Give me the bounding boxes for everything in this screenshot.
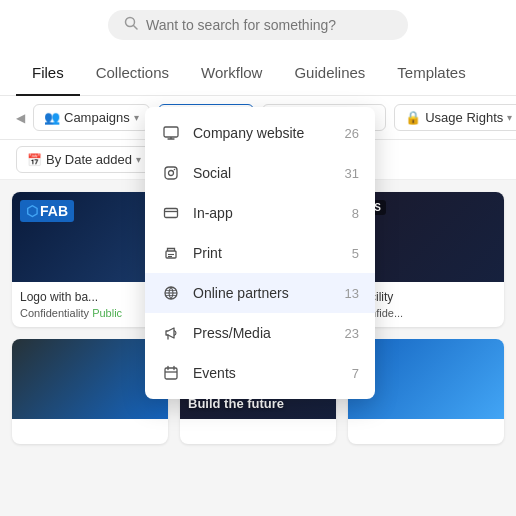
dropdown-item-online-partners[interactable]: Online partners 13 — [145, 273, 375, 313]
tab-files[interactable]: Files — [16, 50, 80, 95]
card-title-6 — [356, 423, 496, 437]
tab-guidelines[interactable]: Guidelines — [278, 50, 381, 95]
channel-dropdown: Company website 26 Social 31 In-app 8 — [145, 107, 375, 399]
card-meta-1: Confidentiality Public — [20, 307, 160, 319]
dropdown-item-press-media[interactable]: Press/Media 23 — [145, 313, 375, 353]
press-media-count: 23 — [345, 326, 359, 341]
press-media-label: Press/Media — [193, 325, 333, 341]
events-count: 7 — [352, 366, 359, 381]
search-input[interactable] — [146, 17, 392, 33]
svg-rect-5 — [165, 167, 177, 179]
fabricate-logo-1: ⬡ FAB — [20, 200, 74, 222]
card-title-3: Facility — [356, 290, 496, 304]
printer-icon — [161, 243, 181, 263]
search-bar — [0, 0, 516, 50]
people-icon: 👥 — [44, 110, 60, 125]
dropdown-item-social[interactable]: Social 31 — [145, 153, 375, 193]
search-icon — [124, 16, 138, 34]
sort-label: By Date added — [46, 152, 132, 167]
monitor-icon — [161, 123, 181, 143]
card-title-1: Logo with ba... — [20, 290, 160, 304]
social-label: Social — [193, 165, 333, 181]
search-wrapper — [108, 10, 408, 40]
svg-point-6 — [169, 171, 174, 176]
lock-icon: 🔒 — [405, 110, 421, 125]
filter-campaigns[interactable]: 👥 Campaigns ▾ — [33, 104, 150, 131]
sort-by-date-button[interactable]: 📅 By Date added ▾ — [16, 146, 152, 173]
chevron-sort-icon: ▾ — [136, 154, 141, 165]
company-website-label: Company website — [193, 125, 333, 141]
company-website-count: 26 — [345, 126, 359, 141]
credit-card-icon — [161, 203, 181, 223]
svg-rect-18 — [165, 368, 177, 379]
online-partners-label: Online partners — [193, 285, 333, 301]
dropdown-item-print[interactable]: Print 5 — [145, 233, 375, 273]
svg-line-1 — [134, 26, 138, 30]
campaigns-label: Campaigns — [64, 110, 130, 125]
usage-rights-label: Usage Rights — [425, 110, 503, 125]
globe-icon — [161, 283, 181, 303]
social-icon — [161, 163, 181, 183]
megaphone-icon — [161, 323, 181, 343]
nav-tabs: Files Collections Workflow Guidelines Te… — [0, 50, 516, 96]
svg-point-7 — [174, 169, 176, 171]
chevron-down-icon-usage: ▾ — [507, 112, 512, 123]
events-label: Events — [193, 365, 340, 381]
card-title-4 — [20, 423, 160, 437]
card-title-5 — [188, 423, 328, 437]
chevron-down-icon: ▾ — [134, 112, 139, 123]
svg-rect-8 — [165, 209, 178, 218]
arrow-left-icon[interactable]: ◀ — [16, 111, 25, 125]
print-count: 5 — [352, 246, 359, 261]
in-app-label: In-app — [193, 205, 340, 221]
dropdown-item-in-app[interactable]: In-app 8 — [145, 193, 375, 233]
svg-rect-2 — [164, 127, 178, 137]
in-app-count: 8 — [352, 206, 359, 221]
card-meta-3: Confide... — [356, 307, 496, 319]
calendar-icon — [161, 363, 181, 383]
social-count: 31 — [345, 166, 359, 181]
sort-icon: 📅 — [27, 153, 42, 167]
tab-workflow[interactable]: Workflow — [185, 50, 278, 95]
dropdown-item-events[interactable]: Events 7 — [145, 353, 375, 393]
dropdown-item-company-website[interactable]: Company website 26 — [145, 113, 375, 153]
print-label: Print — [193, 245, 340, 261]
tab-templates[interactable]: Templates — [381, 50, 481, 95]
tab-collections[interactable]: Collections — [80, 50, 185, 95]
filter-usage-rights[interactable]: 🔒 Usage Rights ▾ — [394, 104, 516, 131]
online-partners-count: 13 — [345, 286, 359, 301]
